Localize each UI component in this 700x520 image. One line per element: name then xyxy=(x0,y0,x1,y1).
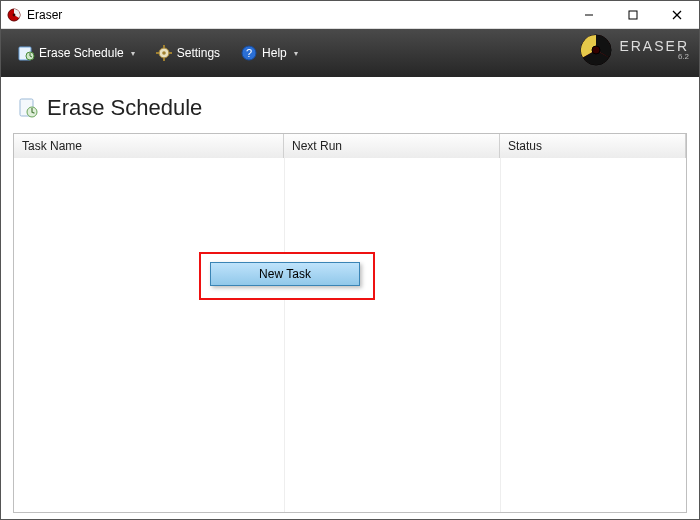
page-heading: Erase Schedule xyxy=(13,89,687,133)
help-icon: ? xyxy=(240,44,258,62)
table-header: Task Name Next Run Status xyxy=(14,134,686,158)
column-header-next-run[interactable]: Next Run xyxy=(284,134,500,158)
svg-point-17 xyxy=(592,46,600,54)
table-body[interactable] xyxy=(14,158,686,512)
page-title: Erase Schedule xyxy=(47,95,202,121)
svg-text:?: ? xyxy=(246,47,252,59)
column-header-status[interactable]: Status xyxy=(500,134,686,158)
app-icon xyxy=(7,8,21,22)
titlebar: Eraser xyxy=(1,1,699,29)
window-controls xyxy=(567,1,699,28)
new-task-menu-item[interactable]: New Task xyxy=(210,262,360,286)
svg-point-1 xyxy=(13,13,16,16)
brand-name: ERASER xyxy=(619,39,689,53)
highlight-callout: New Task xyxy=(199,252,375,300)
close-button[interactable] xyxy=(655,1,699,28)
settings-label: Settings xyxy=(177,46,220,60)
settings-button[interactable]: Settings xyxy=(149,40,226,66)
titlebar-left: Eraser xyxy=(7,8,62,22)
toolbar: Erase Schedule ▾ Settings ? Help xyxy=(1,29,699,77)
erase-schedule-button[interactable]: Erase Schedule ▾ xyxy=(11,40,141,66)
schedule-page-icon xyxy=(17,97,39,119)
maximize-button[interactable] xyxy=(611,1,655,28)
app-window: Eraser Erase Schedule ▾ xyxy=(0,0,700,520)
help-label: Help xyxy=(262,46,287,60)
brand-version: 6.2 xyxy=(678,53,689,61)
schedule-icon xyxy=(17,44,35,62)
brand: ERASER 6.2 xyxy=(579,33,689,67)
column-header-task-name[interactable]: Task Name xyxy=(14,134,284,158)
app-title: Eraser xyxy=(27,8,62,22)
column-divider xyxy=(500,158,501,512)
help-button[interactable]: ? Help ▾ xyxy=(234,40,304,66)
new-task-label: New Task xyxy=(259,267,311,281)
brand-text: ERASER 6.2 xyxy=(619,39,689,61)
brand-logo-icon xyxy=(579,33,613,67)
svg-rect-3 xyxy=(629,11,637,19)
svg-point-9 xyxy=(162,51,166,55)
minimize-button[interactable] xyxy=(567,1,611,28)
erase-schedule-label: Erase Schedule xyxy=(39,46,124,60)
dropdown-icon[interactable]: ▾ xyxy=(131,49,135,58)
task-table: Task Name Next Run Status xyxy=(13,133,687,513)
gear-icon xyxy=(155,44,173,62)
dropdown-icon[interactable]: ▾ xyxy=(294,49,298,58)
column-divider xyxy=(284,158,285,512)
